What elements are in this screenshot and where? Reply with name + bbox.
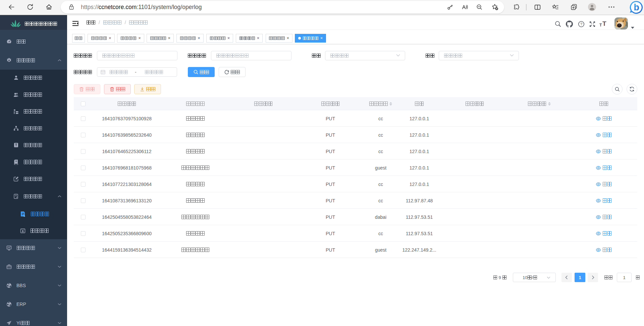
svg-text:?: ?: [580, 22, 582, 26]
svg-text:b: b: [634, 2, 639, 12]
